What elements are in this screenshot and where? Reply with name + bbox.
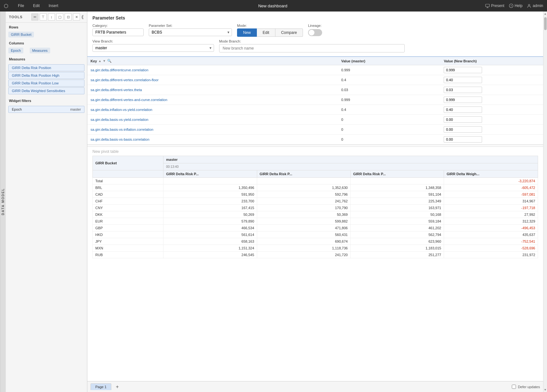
pivot-table-row: MXN 1,151,324 1,118,736 1,183,015 -528,6… xyxy=(93,245,538,252)
kv-new-val-input[interactable] xyxy=(444,106,482,113)
tool-sort[interactable]: ↕ xyxy=(48,13,55,20)
pivot-row-label: JPY xyxy=(93,238,163,245)
kv-new-val-input[interactable] xyxy=(444,126,482,133)
sort-up-icon[interactable]: ▲ xyxy=(98,59,101,63)
tool-square[interactable]: ▢ xyxy=(56,13,63,20)
kv-new-val-input[interactable] xyxy=(444,136,482,143)
tool-pencil[interactable]: ✏ xyxy=(31,13,38,20)
defer-updates-checkbox[interactable] xyxy=(512,385,516,389)
lineage-toggle[interactable] xyxy=(308,29,322,36)
view-branch-select[interactable]: master xyxy=(92,44,214,52)
kv-master-val: 0.999 xyxy=(338,95,441,105)
measure-item-2[interactable]: GIRR Delta Risk Position Low xyxy=(8,80,84,87)
pivot-row-label: CAD xyxy=(93,191,163,198)
kv-table-row: sa.girr.delta.differentcurve.correlation… xyxy=(87,65,543,75)
mode-group: New Edit Compare xyxy=(237,28,303,37)
kv-new-val-cell[interactable] xyxy=(440,75,543,85)
kv-col-key: Key ▲ ▼ 🔍 xyxy=(87,57,338,65)
kv-master-val: 0 xyxy=(338,115,441,125)
search-icon[interactable]: 🔍 xyxy=(107,59,112,63)
kv-master-val: 0.4 xyxy=(338,105,441,115)
widget-filters-label: Widget filters xyxy=(6,96,87,104)
pivot-v2: 471,806 xyxy=(257,225,350,231)
menu-insert[interactable]: Insert xyxy=(47,2,60,9)
scroll-down-button[interactable]: ▼ xyxy=(543,388,547,392)
filter-row-epoch[interactable]: Epoch master xyxy=(8,106,84,113)
menu-file[interactable]: File xyxy=(16,2,26,9)
kv-new-val-cell[interactable] xyxy=(440,95,543,105)
mode-label: Mode: xyxy=(237,24,303,27)
pivot-table: GIRR Bucket master 00:13:40 GIRR Delta R… xyxy=(92,156,538,258)
measures-list: GIRR Delta Risk Position GIRR Delta Risk… xyxy=(6,62,87,96)
kv-new-val-input[interactable] xyxy=(444,97,482,103)
kv-new-val-cell[interactable] xyxy=(440,105,543,115)
page-1-tab[interactable]: Page 1 xyxy=(91,383,111,390)
add-page-button[interactable]: + xyxy=(114,383,121,390)
mode-new-button[interactable]: New xyxy=(237,28,257,37)
user-icon xyxy=(527,4,531,8)
right-scrollbar: ▲ ▼ xyxy=(543,12,547,392)
kv-new-val-cell[interactable] xyxy=(440,85,543,95)
help-button[interactable]: ? Help xyxy=(509,4,523,8)
mode-branch-input[interactable] xyxy=(219,44,405,52)
tools-label: TOOLS xyxy=(9,15,23,19)
kv-table-row: sa.girr.delta.different-vertex.correlati… xyxy=(87,75,543,85)
param-set-select[interactable]: BCBS xyxy=(149,28,232,36)
columns-pill-measures[interactable]: Measures xyxy=(30,48,50,53)
kv-table-container: Key ▲ ▼ 🔍 Value (master) Value (New Bran… xyxy=(87,57,543,146)
mode-edit-button[interactable]: Edit xyxy=(257,28,275,37)
pivot-v3: 562,794 xyxy=(350,231,444,238)
pivot-v1: 246,545 xyxy=(163,252,257,258)
param-set-select-wrapper: BCBS xyxy=(149,28,232,36)
category-input[interactable] xyxy=(92,28,144,36)
pivot-v2: 592,796 xyxy=(257,191,350,198)
mode-branch-label: Mode Branch: xyxy=(219,39,405,43)
collapse-panel-icon[interactable]: ⟪ xyxy=(81,14,84,20)
kv-new-val-cell[interactable] xyxy=(440,115,543,125)
kv-new-val-cell[interactable] xyxy=(440,135,543,145)
menu-edit[interactable]: Edit xyxy=(31,2,42,9)
measure-item-0[interactable]: GIRR Delta Risk Position xyxy=(8,64,84,71)
pivot-v1: 167,415 xyxy=(163,205,257,211)
admin-button[interactable]: admin xyxy=(527,4,543,8)
pivot-table-row: CHF 233,700 241,762 225,349 314,967 xyxy=(93,198,538,205)
rows-pill-girr[interactable]: GIRR Bucket xyxy=(8,32,34,37)
pivot-v4: -496,453 xyxy=(444,225,538,231)
lineage-label: Lineage: xyxy=(308,24,322,27)
pivot-v3: 163,971 xyxy=(350,205,444,211)
pivot-time: 00:13:40 xyxy=(163,163,538,170)
kv-key-cell: sa.girr.delta.inflation-vs-yield.correla… xyxy=(87,105,338,115)
measure-item-3[interactable]: GIRR Delta Weighted Sensitivities xyxy=(8,87,84,94)
tool-filter[interactable]: ⊤ xyxy=(40,13,47,20)
kv-new-val-cell[interactable] xyxy=(440,125,543,135)
kv-new-val-cell[interactable] xyxy=(440,65,543,75)
scroll-thumb[interactable] xyxy=(544,17,547,30)
kv-key-cell: sa.girr.delta.differentcurve.correlation xyxy=(87,65,338,75)
main-layout: DATA MODEL TOOLS ✏ ⊤ ↕ ▢ ⊡ ✕ ⟪ Rows GIRR… xyxy=(0,12,547,392)
present-button[interactable]: Present xyxy=(485,4,504,8)
kv-key-cell: sa.girr.delta.basis-vs-inflation.correla… xyxy=(87,125,338,135)
kv-new-val-input[interactable] xyxy=(444,67,482,73)
kv-new-val-input[interactable] xyxy=(444,87,482,93)
tool-x[interactable]: ✕ xyxy=(73,13,80,20)
measure-item-1[interactable]: GIRR Delta Risk Position High xyxy=(8,72,84,79)
columns-pill-epoch[interactable]: Epoch xyxy=(8,48,23,53)
page-title: New dashboard xyxy=(65,4,480,8)
kv-new-val-input[interactable] xyxy=(444,116,482,123)
kv-key-cell: sa.girr.delta.different-vertex.correlati… xyxy=(87,75,338,85)
kv-table-row: sa.girr.delta.basis-vs-basis.correlation… xyxy=(87,135,543,145)
kv-new-val-input[interactable] xyxy=(444,77,482,83)
scroll-up-button[interactable]: ▲ xyxy=(543,12,547,16)
help-icon: ? xyxy=(509,4,513,8)
pivot-row-label: CNY xyxy=(93,205,163,211)
pivot-table-row: CNY 167,415 170,790 163,971 -197,718 xyxy=(93,205,538,211)
tool-square2[interactable]: ⊡ xyxy=(65,13,72,20)
pivot-v3: 559,184 xyxy=(350,218,444,225)
kv-master-val: 0.4 xyxy=(338,75,441,85)
pivot-v3: 1,183,015 xyxy=(350,245,444,252)
kv-table-row: sa.girr.delta.basis-vs-inflation.correla… xyxy=(87,125,543,135)
pivot-v1 xyxy=(163,178,257,184)
sort-down-icon[interactable]: ▼ xyxy=(103,59,106,63)
mode-compare-button[interactable]: Compare xyxy=(275,28,303,37)
kv-table: Key ▲ ▼ 🔍 Value (master) Value (New Bran… xyxy=(87,57,543,145)
